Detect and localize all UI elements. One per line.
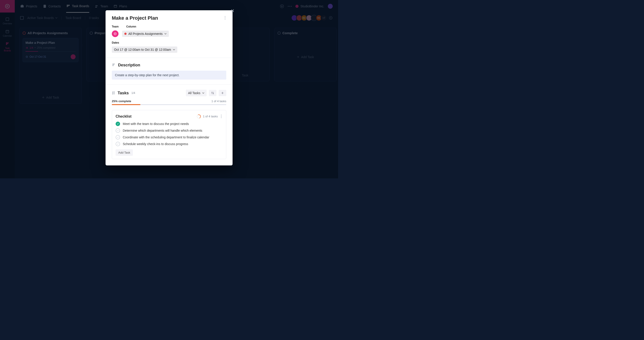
checklist-checkbox[interactable] [116,128,120,133]
tasks-heading: Tasks [118,91,129,96]
dates-label: Dates [112,41,226,44]
progress-pct: 25% complete [112,100,131,103]
close-icon [230,9,234,13]
checklist-item-text[interactable]: Meet with the team to discuss the projec… [123,122,189,126]
checklist-add-task-button[interactable]: Add Task [116,149,133,156]
dates-picker[interactable]: Oct 17 @ 12:00am to Oct 31 @ 12:00am [112,46,177,53]
plus-icon [221,92,224,94]
column-label: Column [126,25,136,28]
team-avatar[interactable] [112,30,118,37]
checklist-checkbox[interactable] [116,135,120,140]
checklist-heading: Checklist [116,114,132,118]
chevron-down-icon [202,92,204,94]
description-heading: Description [118,63,140,68]
checklist-card: Checklist 1 of 4 tasks Meet with the tea… [112,110,226,159]
svg-point-18 [114,33,116,35]
column-picker[interactable]: All Projects Assignments [122,30,169,37]
chevron-down-icon [173,48,175,51]
checklist-item: Determine which departments will handle … [116,128,222,133]
tasks-icon [112,91,116,95]
tasks-sort-button[interactable] [209,90,216,96]
checklist-count: 1 of 4 tasks [203,115,218,118]
team-label: Team [112,25,118,28]
tasks-add-button[interactable] [219,90,226,96]
close-button[interactable] [230,8,236,14]
task-detail-modal: Make a Project Plan Team Column All Proj… [106,10,232,166]
checklist-checkbox[interactable] [116,122,120,126]
checklist: Meet with the team to discuss the projec… [116,122,222,146]
checklist-item-text[interactable]: Coordinate with the scheduling departmen… [123,135,209,140]
tasks-fraction: 1/4 [132,92,135,94]
tasks-filter-button[interactable]: All Tasks [186,90,206,96]
checklist-item: Coordinate with the scheduling departmen… [116,135,222,140]
checklist-item: Meet with the team to discuss the projec… [116,122,222,126]
modal-more-menu[interactable] [224,15,226,20]
description-text[interactable]: Create a step-by-step plan for the next … [112,71,226,80]
description-icon [112,63,116,67]
checklist-item: Schedule weekly check-ins to discuss pro… [116,142,222,146]
checklist-more-menu[interactable] [220,114,222,119]
checklist-item-text[interactable]: Schedule weekly check-ins to discuss pro… [123,142,188,146]
checklist-add-task-label: Add Task [118,151,130,154]
chat-icon [113,32,117,36]
checklist-checkbox[interactable] [116,142,120,146]
dates-value: Oct 17 @ 12:00am to Oct 31 @ 12:00am [114,48,171,52]
column-color-dot [124,33,126,35]
progress-bar [112,104,226,105]
checklist-item-text[interactable]: Determine which departments will handle … [123,128,202,133]
progress-count: 1 of 4 tasks [212,100,226,103]
chevron-down-icon [164,33,166,35]
checklist-progress-ring [196,114,201,119]
column-value: All Projects Assignments [128,32,162,36]
sort-icon [211,92,214,94]
tasks-filter-label: All Tasks [188,91,200,95]
modal-title: Make a Project Plan [112,15,158,21]
